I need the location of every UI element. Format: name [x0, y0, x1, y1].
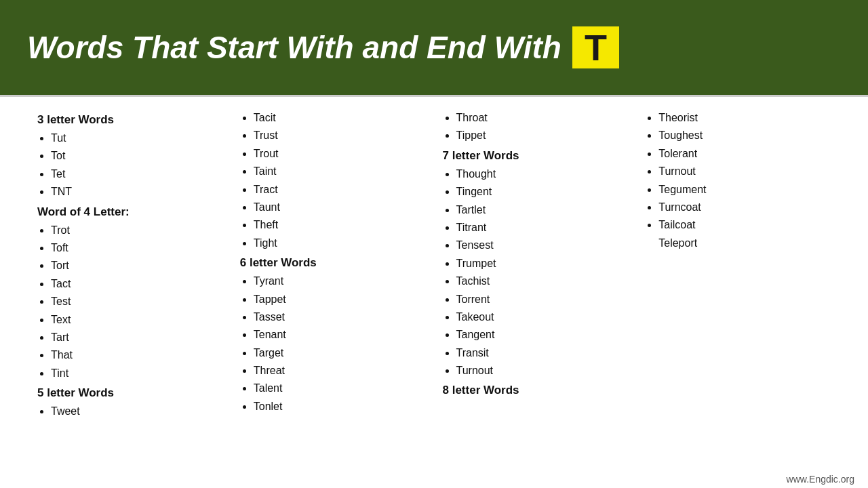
list-item: Trumpet	[456, 255, 639, 272]
list-item: Theft	[254, 216, 436, 234]
list-7letter: Thought Tingent Tartlet Titrant Tensest …	[443, 165, 639, 380]
list-item: Target	[254, 344, 436, 362]
list-item: Tot	[51, 147, 233, 165]
list-8letter: Theorist Toughest Tolerant Turnout Tegum…	[645, 109, 841, 235]
list-throat-etc: Throat Tippet	[443, 109, 639, 145]
column-3: Throat Tippet 7 letter Words Thought Tin…	[443, 109, 646, 483]
column-2: Tacit Trust Trout Taint Tract Taunt Thef…	[240, 109, 443, 483]
list-item: Theorist	[658, 109, 841, 127]
page-header: Words That Start With and End With T	[0, 0, 868, 95]
list-item: Test	[51, 293, 233, 310]
list-item: Taunt	[254, 199, 436, 216]
list-item: Turnout	[456, 362, 639, 380]
list-item: Tegument	[658, 181, 841, 199]
heading-6letter: 6 letter Words	[240, 256, 436, 270]
list-item: Tachist	[456, 272, 639, 290]
list-item: Tangent	[456, 326, 639, 344]
list-item: Throat	[456, 109, 639, 127]
list-item: Tolerant	[658, 145, 841, 163]
list-item: Trout	[254, 145, 436, 163]
list-item: Tonlet	[254, 398, 436, 415]
list-item: Tut	[51, 129, 233, 147]
list-item: Trot	[51, 222, 233, 239]
heading-3letter: 3 letter Words	[37, 113, 233, 127]
list-item: Transit	[456, 344, 639, 362]
list-5letter-words: Tacit Trust Trout Taint Tract Taunt Thef…	[240, 109, 436, 252]
list-item: Tartlet	[456, 201, 639, 219]
header-title: Words That Start With and End With T	[27, 26, 619, 68]
list-6letter: Tyrant Tappet Tasset Tenant Target Threa…	[240, 272, 436, 415]
heading-8letter: 8 letter Words	[443, 384, 639, 397]
list-item: Tensest	[456, 237, 639, 254]
column-4: Theorist Toughest Tolerant Turnout Tegum…	[645, 109, 848, 483]
list-item: Tappet	[254, 291, 436, 308]
list-item: Taint	[254, 163, 436, 180]
list-item: Titrant	[456, 219, 639, 237]
heading-5letter: 5 letter Words	[37, 386, 233, 400]
list-item: Tailcoat	[658, 216, 841, 234]
list-item: Tippet	[456, 127, 639, 144]
list-item: Tenant	[254, 326, 436, 344]
list-item: Tort	[51, 257, 233, 274]
list-item: Tart	[51, 329, 233, 346]
list-3letter: Tut Tot Tet TNT	[37, 129, 233, 201]
t-badge: T	[572, 26, 619, 68]
list-item: Trust	[254, 127, 436, 144]
footer-url: www.Engdic.org	[787, 474, 854, 485]
list-item: Tyrant	[254, 272, 436, 290]
list-item: Tweet	[51, 403, 233, 420]
header-title-text: Words That Start With and End With	[27, 29, 561, 66]
list-item: Tet	[51, 165, 233, 183]
main-content: 3 letter Words Tut Tot Tet TNT Word of 4…	[0, 97, 868, 488]
list-item: Tasset	[254, 308, 436, 326]
list-item: Tact	[51, 275, 233, 293]
teleport-item: Teleport	[645, 235, 841, 252]
list-item: Torrent	[456, 291, 639, 308]
column-1: 3 letter Words Tut Tot Tet TNT Word of 4…	[37, 109, 240, 483]
list-item: Tingent	[456, 183, 639, 201]
list-5letter: Tweet	[37, 403, 233, 420]
list-item: Tint	[51, 365, 233, 382]
heading-7letter: 7 letter Words	[443, 149, 639, 163]
list-item: Toft	[51, 239, 233, 257]
list-item: Tract	[254, 181, 436, 199]
list-item: Thought	[456, 165, 639, 183]
list-item: Talent	[254, 380, 436, 397]
list-item: Text	[51, 311, 233, 329]
list-item: Turnout	[658, 163, 841, 180]
list-item: Takeout	[456, 308, 639, 326]
list-item: That	[51, 346, 233, 364]
list-item: Threat	[254, 362, 436, 380]
list-item: Tacit	[254, 109, 436, 127]
list-item: Tight	[254, 235, 436, 252]
list-item: TNT	[51, 183, 233, 201]
list-4letter: Trot Toft Tort Tact Test Text Tart That …	[37, 222, 233, 383]
heading-4letter: Word of 4 Letter:	[37, 205, 233, 219]
list-item: Toughest	[658, 127, 841, 144]
list-item: Turncoat	[658, 199, 841, 216]
